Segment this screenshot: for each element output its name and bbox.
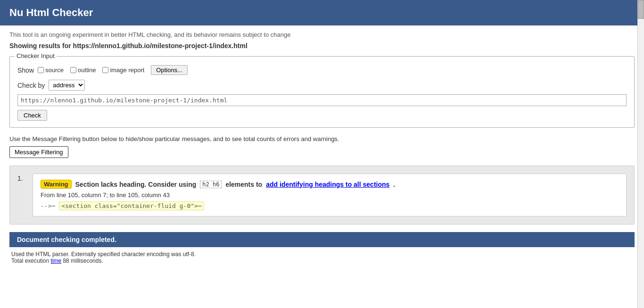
show-row: Show source outline image report Options… [17,65,627,75]
image-report-label: image report [110,67,144,74]
results-area: 1. Warning Section lacks heading. Consid… [9,166,635,225]
checker-input-fieldset: Checker Input Show source outline image … [9,56,635,128]
code-arrow: -->⋯ [41,202,55,209]
showing-results: Showing results for https://nlenno1.gith… [9,42,635,50]
result-card: Warning Section lacks heading. Consider … [33,174,627,216]
footer-line2: Total execution time 88 milliseconds. [11,258,633,264]
image-report-checkbox[interactable] [102,67,108,73]
scrollbar-thumb[interactable] [638,0,644,19]
page-header: Nu Html Checker [0,0,644,25]
result-location: From line 105, column 7; to line 105, co… [41,191,619,199]
checker-input-legend: Checker Input [15,52,57,59]
result-main-line: Warning Section lacks heading. Consider … [41,180,619,189]
result-link[interactable]: add identifying headings to all sections [266,181,389,188]
result-period: . [393,181,395,188]
outline-label: outline [78,67,96,74]
message-filtering-button[interactable]: Message Filtering [9,146,68,158]
code-snippet: <section class="container-fluid g-0">⋯ [59,201,204,210]
outline-checkbox-label[interactable]: outline [70,67,96,74]
footer-info: Used the HTML parser. Externally specifi… [9,251,635,264]
status-bar: Document checking completed. [9,232,635,247]
image-report-checkbox-label[interactable]: image report [102,67,144,74]
check-button[interactable]: Check [17,110,47,121]
footer-line2-suffix: 88 milliseconds. [61,258,103,264]
page-title: Nu Html Checker [9,7,93,18]
showing-results-url: https://nlenno1.github.io/milestone-proj… [73,42,248,50]
options-button[interactable]: Options... [151,65,188,75]
checkbox-group: source outline image report Options... [38,65,188,75]
check-by-label: Check by [17,82,45,89]
source-checkbox-label[interactable]: source [38,67,64,74]
main-content: This tool is an ongoing experiment in be… [0,31,644,264]
source-label: source [45,67,64,74]
outline-checkbox[interactable] [70,67,76,73]
address-select[interactable]: address [49,80,85,91]
filter-info-text: Use the Message Filtering button below t… [9,135,635,142]
source-checkbox[interactable] [38,67,44,73]
showing-results-label: Showing results for [9,42,73,50]
result-number: 1. [17,174,27,182]
result-message-before: Section lacks heading. Consider using [75,181,197,188]
check-by-row: Check by address [17,80,627,91]
subtitle-text: This tool is an ongoing experiment in be… [9,31,635,38]
footer-line1: Used the HTML parser. Externally specifi… [11,251,633,258]
result-message-after: elements to [225,181,262,188]
footer-line2-prefix: Total execution [11,258,50,264]
footer-time-link[interactable]: time [50,258,61,264]
status-bar-text: Document checking completed. [17,236,116,243]
h2-h6-badge: h2 h6 [200,181,222,188]
show-label: Show [17,67,34,74]
scrollbar[interactable] [637,0,644,264]
result-code: -->⋯ <section class="container-fluid g-0… [41,201,619,210]
warning-badge: Warning [41,180,72,189]
result-item: 1. Warning Section lacks heading. Consid… [17,174,627,216]
url-input[interactable] [17,94,627,106]
